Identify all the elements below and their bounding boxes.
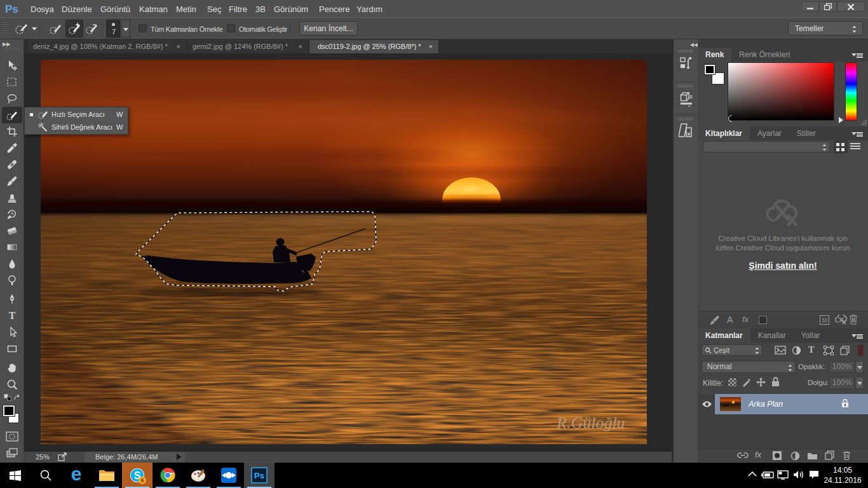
svg-text:Ps: Ps xyxy=(254,471,264,480)
svg-text:R.Güloğlu: R.Güloğlu xyxy=(556,414,625,432)
